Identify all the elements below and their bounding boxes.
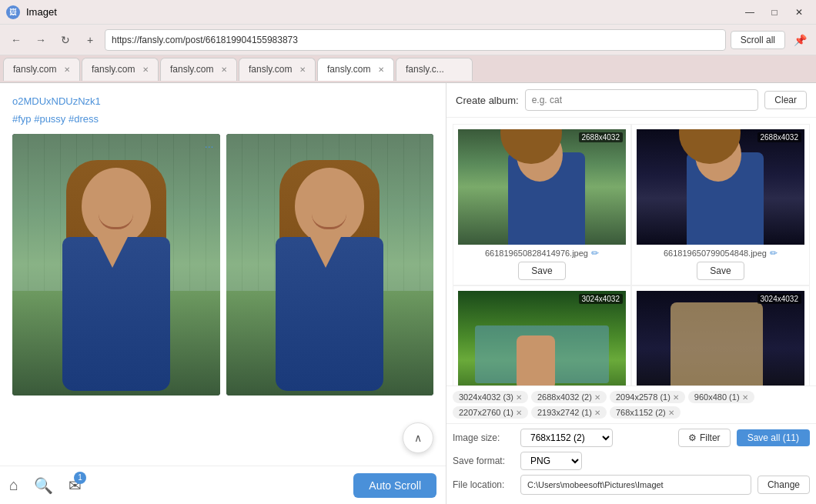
browser-bottom-bar: ⌂ 🔍 ✉ 1 Auto Scroll [0,466,446,504]
edit-icon-2[interactable]: ✏ [770,248,778,259]
filter-tag-3024[interactable]: 3024x4032 (3) ✕ [453,391,528,403]
tab-4-close[interactable]: ✕ [299,65,306,74]
auto-scroll-button[interactable]: Auto Scroll [353,473,436,498]
edit-icon-1[interactable]: ✏ [591,248,599,259]
filter-tag-768-close[interactable]: ✕ [668,409,674,417]
browser-panel: o2MDUxNDUzNzk1 #fyp #pussy #dress [0,83,446,504]
tab-2[interactable]: fansly.com ✕ [82,58,159,81]
image-thumb-3: 3024x4032 [458,291,626,386]
maximize-button[interactable]: □ [764,5,785,20]
clear-button[interactable]: Clear [764,91,807,109]
filter-tag-2207-close[interactable]: ✕ [516,409,522,417]
image-size-select[interactable]: 768x1152 (2) [520,429,613,447]
title-bar: 🖼 Imaget — □ ✕ [0,0,816,25]
scroll-up-button[interactable]: ∧ [403,422,433,453]
filter-tag-2193[interactable]: 2193x2742 (1) ✕ [531,406,607,419]
tab-3-close[interactable]: ✕ [221,65,227,74]
tab-4[interactable]: fansly.com ✕ [239,58,316,81]
minimize-button[interactable]: — [739,5,761,20]
filter-tag-960-close[interactable]: ✕ [742,393,748,402]
browser-images-row: ··· [12,134,433,396]
image-thumb-2: 2688x4032 [637,129,804,245]
image-grid: 2688x4032 661819650828414976.jpeg ✏ Save… [446,118,816,386]
filter-tag-2688-close[interactable]: ✕ [594,393,600,402]
image-card-4: 3024x4032 [631,285,810,386]
save-format-label: Save format: [453,456,514,466]
home-icon[interactable]: ⌂ [9,476,18,494]
browser-image-right [226,134,434,396]
forward-button[interactable]: → [31,30,51,50]
create-album-label: Create album: [456,95,519,106]
image-card-2: 2688x4032 661819650799054848.jpeg ✏ Save [631,124,810,285]
filter-tag-3024-close[interactable]: ✕ [516,393,522,402]
more-dots-left[interactable]: ··· [205,140,214,152]
filter-tag-960[interactable]: 960x480 (1) ✕ [688,391,754,403]
filter-tag-2207[interactable]: 2207x2760 (1) ✕ [453,406,528,419]
image-card-1: 2688x4032 661819650828414976.jpeg ✏ Save [453,124,631,285]
browser-image-left: ··· [12,134,220,396]
browser-content: o2MDUxNDUzNzk1 #fyp #pussy #dress [0,83,446,466]
bottom-controls: Image size: 768x1152 (2) ⚙ Filter Save a… [446,423,816,504]
image-card-3: 3024x4032 [453,285,631,386]
refresh-button[interactable]: ↻ [55,30,75,50]
save-all-button[interactable]: Save all (11) [737,429,810,446]
image-size-row: Image size: 768x1152 (2) ⚙ Filter Save a… [453,429,810,447]
close-button[interactable]: ✕ [788,5,810,20]
filter-tags: 3024x4032 (3) ✕ 2688x4032 (2) ✕ 2094x257… [446,386,816,423]
filter-tag-2688[interactable]: 2688x4032 (2) ✕ [531,391,607,403]
filter-tag-2094[interactable]: 2094x2578 (1) ✕ [610,391,685,403]
image-dims-4: 3024x4032 [757,294,802,304]
file-location-label: File location: [453,479,514,490]
filter-tag-768[interactable]: 768x1152 (2) ✕ [610,406,681,419]
right-header: Create album: Clear [446,83,816,118]
new-tab-button[interactable]: + [80,30,100,50]
image-filename-2: 661819650799054848.jpeg ✏ [664,248,778,259]
hashtags: #fyp #pussy #dress [12,113,433,125]
image-filename-1: 661819650828414976.jpeg ✏ [485,248,599,259]
nav-bar: ← → ↻ + Scroll all 📌 [0,25,816,55]
browser-bottom-icons: ⌂ 🔍 ✉ 1 [9,476,82,495]
right-panel: Create album: Clear 2688x4032 6618196508… [446,83,816,504]
format-select[interactable]: PNG [520,452,582,470]
change-button[interactable]: Change [757,476,810,494]
messages-icon[interactable]: ✉ 1 [69,476,82,495]
tab-1[interactable]: fansly.com ✕ [3,58,80,81]
save-button-1[interactable]: Save [518,262,565,280]
app-title: Imaget [26,6,57,18]
save-format-row: Save format: PNG [453,452,810,470]
save-button-2[interactable]: Save [697,262,744,280]
tab-2-close[interactable]: ✕ [142,65,149,74]
app-icon: 🖼 [6,5,20,19]
back-button[interactable]: ← [6,30,26,50]
tab-1-close[interactable]: ✕ [64,65,70,74]
tab-3[interactable]: fansly.com ✕ [160,58,237,81]
page-link[interactable]: o2MDUxNDUzNzk1 [12,95,433,107]
filter-tag-2193-close[interactable]: ✕ [594,409,600,417]
tab-3-label: fansly.com [170,64,213,75]
address-bar[interactable] [105,29,726,51]
image-dims-1: 2688x4032 [579,132,624,142]
tab-4-label: fansly.com [249,64,292,75]
message-badge: 1 [74,472,86,484]
filter-tag-2094-close[interactable]: ✕ [673,393,679,402]
image-thumb-1: 2688x4032 [458,129,626,245]
image-dims-2: 2688x4032 [757,132,802,142]
tab-5[interactable]: fansly.com ✕ [317,58,394,81]
title-bar-left: 🖼 Imaget [6,5,57,19]
file-location-row: File location: Change [453,475,810,495]
title-bar-controls: — □ ✕ [739,5,810,20]
tab-5-close[interactable]: ✕ [378,65,384,74]
tab-1-label: fansly.com [13,64,56,75]
tab-2-label: fansly.com [92,64,135,75]
main-content: o2MDUxNDUzNzk1 #fyp #pussy #dress [0,83,816,504]
filter-button[interactable]: ⚙ Filter [678,429,731,447]
tab-6-label: fansly.c... [406,64,444,75]
file-path-input[interactable] [520,475,751,495]
pin-button[interactable]: 📌 [790,30,810,50]
album-input[interactable] [525,89,759,111]
tab-6[interactable]: fansly.c... [396,58,473,81]
scroll-all-button[interactable]: Scroll all [731,31,785,49]
image-thumb-4: 3024x4032 [637,291,804,386]
tabs-bar: fansly.com ✕ fansly.com ✕ fansly.com ✕ f… [0,55,816,83]
search-icon[interactable]: 🔍 [34,476,53,495]
